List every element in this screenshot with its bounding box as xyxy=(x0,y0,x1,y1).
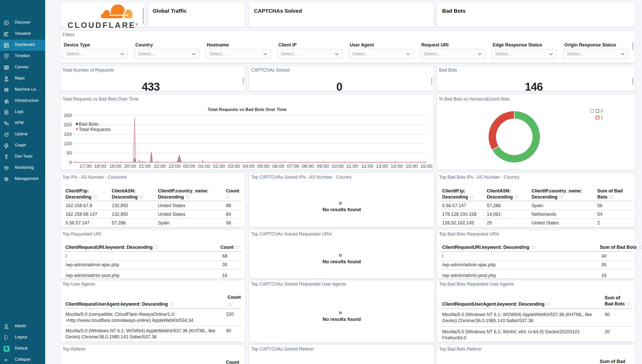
svg-text:100: 100 xyxy=(64,141,72,146)
svg-text:00:00: 00:00 xyxy=(183,163,195,169)
svg-text:09:00: 09:00 xyxy=(317,163,329,169)
svg-text:16:00: 16:00 xyxy=(420,163,432,169)
svg-text:08:00: 08:00 xyxy=(302,163,314,169)
svg-text:19:00: 19:00 xyxy=(109,163,121,169)
svg-text:12:00: 12:00 xyxy=(361,163,373,169)
svg-text:05:00: 05:00 xyxy=(257,163,269,169)
svg-text:150: 150 xyxy=(64,131,72,137)
svg-text:22:00: 22:00 xyxy=(154,163,166,169)
svg-text:50: 50 xyxy=(67,150,72,156)
svg-text:Total Requests vs Bad Bots Ove: Total Requests vs Bad Bots Over Time xyxy=(207,107,286,112)
svg-text:14:00: 14:00 xyxy=(391,163,403,169)
svg-text:06:00: 06:00 xyxy=(272,163,284,169)
svg-text:13:00: 13:00 xyxy=(376,163,388,169)
svg-text:200: 200 xyxy=(64,122,72,127)
svg-text:11:00: 11:00 xyxy=(346,163,358,169)
svg-text:15:00: 15:00 xyxy=(406,163,418,169)
svg-text:250: 250 xyxy=(64,113,72,118)
svg-text:Total Requests: Total Requests xyxy=(79,127,111,132)
svg-text:21:00: 21:00 xyxy=(139,163,151,169)
svg-text:17:00: 17:00 xyxy=(79,163,92,169)
svg-text:Bad Bots: Bad Bots xyxy=(79,121,98,127)
svg-text:18:00: 18:00 xyxy=(94,163,106,169)
svg-text:04:00: 04:00 xyxy=(243,163,255,169)
svg-text:02:00: 02:00 xyxy=(213,163,225,169)
svg-text:03:00: 03:00 xyxy=(228,163,240,169)
svg-text:0: 0 xyxy=(69,160,72,165)
svg-text:0: 0 xyxy=(601,108,603,113)
svg-text:1: 1 xyxy=(601,115,603,120)
svg-text:10:00: 10:00 xyxy=(331,163,344,169)
svg-text:20:00: 20:00 xyxy=(124,163,136,169)
svg-text:23:00: 23:00 xyxy=(168,163,181,169)
svg-text:07:00: 07:00 xyxy=(287,163,299,169)
svg-text:01:00: 01:00 xyxy=(198,163,210,169)
